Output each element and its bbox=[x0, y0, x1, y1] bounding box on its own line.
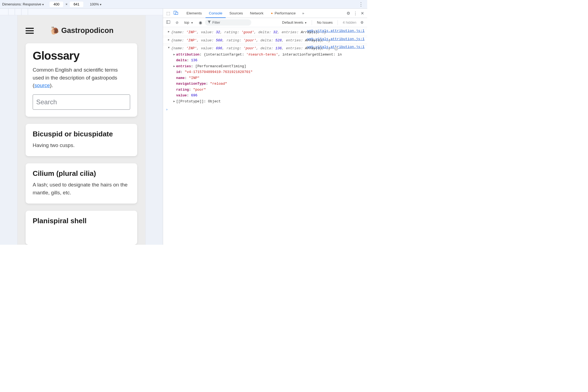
tree-row[interactable]: id: "v4-1715704899419-7631921820701" bbox=[172, 69, 367, 75]
log-levels[interactable]: Default levels▼ bbox=[282, 20, 307, 24]
console-filter[interactable]: Filter bbox=[205, 19, 251, 26]
times-icon: × bbox=[65, 2, 68, 6]
svg-rect-2 bbox=[167, 21, 170, 24]
tab-sources[interactable]: Sources bbox=[226, 9, 246, 18]
live-expression-icon[interactable]: ◉ bbox=[199, 20, 202, 25]
zoom-picker[interactable]: 100% ▼ bbox=[90, 2, 102, 6]
settings-icon[interactable]: ⚙ bbox=[345, 11, 351, 16]
issues-status[interactable]: No Issues bbox=[317, 20, 333, 24]
glossary-entry: Cilium (plural cilia) A lash; used to de… bbox=[26, 163, 137, 204]
tree-row[interactable]: navigationType: "reload" bbox=[172, 81, 367, 87]
tree-row[interactable]: ▶ entries: [PerformanceEventTiming] bbox=[172, 63, 367, 69]
clear-console-icon[interactable]: ⊘ bbox=[174, 20, 180, 24]
close-icon[interactable]: ✕ bbox=[359, 11, 366, 16]
disclosure-icon[interactable]: ▶ bbox=[172, 64, 176, 68]
tab-console[interactable]: Console bbox=[206, 9, 226, 18]
source-link[interactable]: source bbox=[34, 82, 50, 88]
inspect-icon[interactable]: ⬚ bbox=[165, 11, 172, 16]
svg-rect-1 bbox=[176, 12, 178, 15]
tree-row[interactable]: delta: 136 bbox=[172, 57, 367, 63]
entry-term: Cilium (plural cilia) bbox=[33, 169, 130, 178]
disclosure-icon[interactable]: ▶ bbox=[172, 53, 176, 57]
tab-performance[interactable]: Performance bbox=[267, 9, 299, 18]
disclosure-icon[interactable]: ▶ bbox=[167, 38, 171, 42]
device-mode-icon[interactable] bbox=[172, 11, 179, 16]
page-title: Glossary bbox=[33, 49, 130, 62]
disclosure-icon[interactable]: ▼ bbox=[167, 46, 171, 50]
entry-definition: A lash; used to designate the hairs on t… bbox=[33, 181, 130, 197]
info-icon[interactable]: i bbox=[334, 47, 338, 51]
console-log-row[interactable]: ▶ {name: 'INP', value: 32, rating: 'good… bbox=[163, 29, 367, 36]
filter-icon bbox=[208, 21, 211, 24]
disclosure-icon[interactable]: ▶ bbox=[172, 99, 176, 103]
tab-elements[interactable]: Elements bbox=[183, 9, 205, 18]
object-tree: ▶ attribution: {interactionTarget: '#sea… bbox=[163, 51, 367, 106]
disclosure-icon[interactable]: ▶ bbox=[167, 30, 171, 34]
tree-row[interactable]: ▶ attribution: {interactionTarget: '#sea… bbox=[172, 52, 367, 58]
tree-row[interactable]: ▶ [[Prototype]]: Object bbox=[172, 99, 367, 105]
height-input[interactable] bbox=[70, 2, 83, 7]
tab-network[interactable]: Network bbox=[247, 9, 267, 18]
device-toolbar: Dimensions: Responsive▼ × 100% ▼ ⋮ bbox=[0, 0, 367, 9]
page-lead: Common English and scientific terms used… bbox=[33, 66, 130, 90]
more-tabs-icon[interactable]: » bbox=[299, 11, 307, 15]
devtools-tabs: ⬚ Elements Console Sources Network Perfo… bbox=[163, 9, 367, 18]
sidebar-toggle-icon[interactable] bbox=[165, 20, 171, 24]
console-settings-icon[interactable]: ⚙ bbox=[359, 20, 365, 24]
device-toolbar-menu-icon[interactable]: ⋮ bbox=[357, 1, 365, 7]
glossary-entry: Planispiral shell bbox=[26, 211, 137, 245]
devtools-panel: ⬚ Elements Console Sources Network Perfo… bbox=[163, 9, 367, 245]
hamburger-icon[interactable] bbox=[26, 28, 34, 34]
console-log-row[interactable]: ▶ {name: 'INP', value: 560, rating: 'poo… bbox=[163, 37, 367, 44]
console-prompt[interactable]: › bbox=[163, 106, 367, 114]
context-selector[interactable]: top▼ bbox=[183, 20, 196, 25]
tree-row[interactable]: name: "INP" bbox=[172, 75, 367, 81]
glossary-card: Glossary Common English and scientific t… bbox=[26, 43, 137, 117]
device-picker[interactable]: Responsive▼ bbox=[23, 2, 44, 6]
console-toolbar: ⊘ top▼ ◉ Filter Default levels▼ No Issue… bbox=[163, 18, 367, 27]
console-output: web-vitals.attribution.js:1 ▶ {name: 'IN… bbox=[163, 27, 367, 245]
app-brand: 🐌 Gastropodicon bbox=[50, 26, 114, 35]
entry-term: Bicuspid or bicuspidate bbox=[33, 130, 130, 138]
dimensions-label: Dimensions: bbox=[2, 2, 22, 6]
width-input[interactable] bbox=[50, 2, 63, 7]
snail-icon: 🐌 bbox=[50, 26, 60, 35]
glossary-entry: Bicuspid or bicuspidate Having two cusps… bbox=[26, 124, 137, 157]
hidden-count[interactable]: 4 hidden bbox=[343, 20, 356, 24]
tree-row[interactable]: rating: "poor" bbox=[172, 87, 367, 93]
tree-row[interactable]: value: 696 bbox=[172, 93, 367, 99]
device-frame: 🐌 Gastropodicon Glossary Common English … bbox=[17, 15, 145, 245]
entry-definition: Having two cusps. bbox=[33, 142, 130, 149]
entry-term: Planispiral shell bbox=[33, 217, 130, 225]
search-input[interactable] bbox=[33, 94, 130, 110]
viewport-pane: 🐌 Gastropodicon Glossary Common English … bbox=[0, 9, 163, 245]
kebab-icon[interactable]: ⋮ bbox=[352, 11, 359, 16]
console-log-row[interactable]: ▼ {name: 'INP', value: 696, rating: 'poo… bbox=[163, 45, 367, 51]
